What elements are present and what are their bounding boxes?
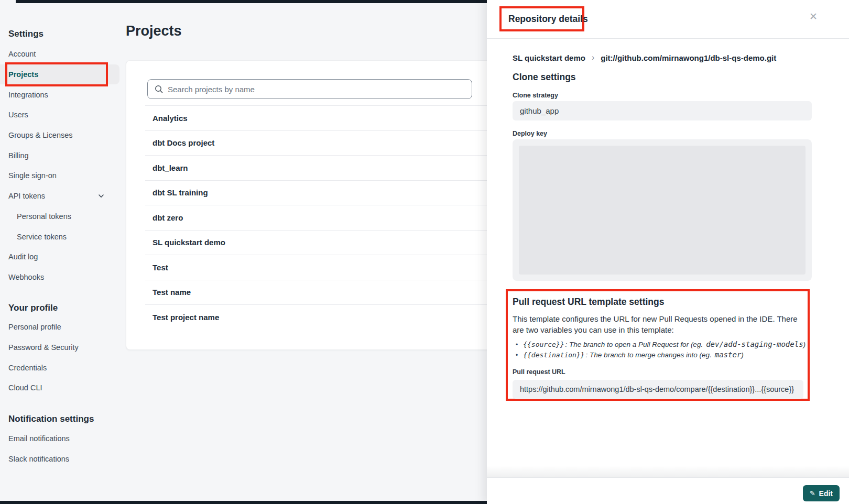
sidebar-item-service-tokens[interactable]: Service tokens xyxy=(0,226,119,247)
pencil-icon: ✎ xyxy=(810,489,815,497)
sidebar-item-users[interactable]: Users xyxy=(0,105,119,125)
sidebar-item-api-tokens[interactable]: API tokens xyxy=(0,186,119,206)
panel-footer: ✎ Edit xyxy=(487,477,849,504)
sidebar-item-personal-tokens[interactable]: Personal tokens xyxy=(0,206,119,227)
panel-header: Repository details ✕ xyxy=(487,0,849,39)
pr-variable-destination-example: master xyxy=(715,350,742,360)
pr-section-description: This template configures the URL for new… xyxy=(513,313,806,335)
breadcrumb-separator-icon: › xyxy=(592,53,594,62)
sidebar-item-billing[interactable]: Billing xyxy=(0,145,119,166)
pr-variable-destination-code: {{destination}} xyxy=(523,350,584,360)
bullet-icon: • xyxy=(516,340,518,350)
breadcrumb-project: SL quickstart demo xyxy=(513,53,585,62)
sidebar-notification-list: Email notifications Slack notifications xyxy=(0,429,119,469)
breadcrumb-repo-url: git://github.com/mirnawong1/db-sl-qs-dem… xyxy=(601,53,776,62)
sidebar-item-slack-notifications[interactable]: Slack notifications xyxy=(0,449,119,469)
clone-strategy-field: github_app xyxy=(513,101,812,120)
sidebar-item-account[interactable]: Account xyxy=(0,44,119,64)
pr-variable-list: • {{source}} : The branch to open a Pull… xyxy=(513,339,801,360)
sidebar-item-personal-profile[interactable]: Personal profile xyxy=(0,317,119,337)
annotation-box-repository-details: Repository details xyxy=(499,6,584,31)
panel-title: Repository details xyxy=(502,14,588,25)
search-icon xyxy=(155,85,163,93)
breadcrumb: SL quickstart demo › git://github.com/mi… xyxy=(513,53,776,62)
sidebar-item-projects[interactable]: Projects xyxy=(0,64,119,85)
clone-strategy-label: Clone strategy xyxy=(513,92,558,99)
sidebar-item-credentials[interactable]: Credentials xyxy=(0,357,119,378)
sidebar-heading-your-profile: Your profile xyxy=(0,303,126,313)
clone-settings-heading: Clone settings xyxy=(513,72,576,83)
sidebar-item-email-notifications[interactable]: Email notifications xyxy=(0,429,119,449)
settings-sidebar: Settings Account Projects Integrations U… xyxy=(0,0,126,504)
sidebar-settings-list: Account Projects Integrations Users Grou… xyxy=(0,44,119,287)
sidebar-item-groups-licenses[interactable]: Groups & Licenses xyxy=(0,125,119,146)
repository-details-panel: Repository details ✕ SL quickstart demo … xyxy=(487,0,849,504)
pull-request-url-label: Pull request URL xyxy=(513,368,801,376)
bullet-icon: • xyxy=(516,350,518,360)
sidebar-item-integrations[interactable]: Integrations xyxy=(0,84,119,105)
pr-variable-source-example: dev/add-staging-models xyxy=(706,339,803,349)
edit-button[interactable]: ✎ Edit xyxy=(803,485,840,501)
sidebar-profile-list: Personal profile Password & Security Cre… xyxy=(0,317,119,398)
pr-variable-source-code: {{source}} xyxy=(523,339,564,349)
pr-variable-source: • {{source}} : The branch to open a Pull… xyxy=(513,339,801,350)
edit-button-label: Edit xyxy=(819,489,833,498)
pr-variable-destination: • {{destination}} : The branch to merge … xyxy=(513,350,801,360)
deploy-key-redacted-content xyxy=(519,146,806,275)
pr-section-heading: Pull request URL template settings xyxy=(513,297,801,308)
sidebar-item-single-sign-on[interactable]: Single sign-on xyxy=(0,166,119,186)
sidebar-item-webhooks[interactable]: Webhooks xyxy=(0,267,119,288)
sidebar-item-audit-log[interactable]: Audit log xyxy=(0,247,119,267)
pull-request-template-section: Pull request URL template settings This … xyxy=(506,289,810,401)
project-search-box xyxy=(147,79,472,99)
pull-request-url-field: https://github.com/mirnawong1/db-sl-qs-d… xyxy=(513,380,803,399)
close-icon[interactable]: ✕ xyxy=(809,12,818,21)
sidebar-heading-notification-settings: Notification settings xyxy=(0,414,126,424)
deploy-key-field xyxy=(513,139,812,281)
sidebar-item-password-security[interactable]: Password & Security xyxy=(0,337,119,358)
page-title: Projects xyxy=(126,23,182,39)
chevron-down-icon xyxy=(97,192,105,200)
sidebar-heading-settings: Settings xyxy=(0,29,126,39)
sidebar-item-cloud-cli[interactable]: Cloud CLI xyxy=(0,378,119,398)
deploy-key-label: Deploy key xyxy=(513,130,547,137)
footer-scroll-shadow xyxy=(487,466,849,477)
search-input[interactable] xyxy=(168,80,472,98)
